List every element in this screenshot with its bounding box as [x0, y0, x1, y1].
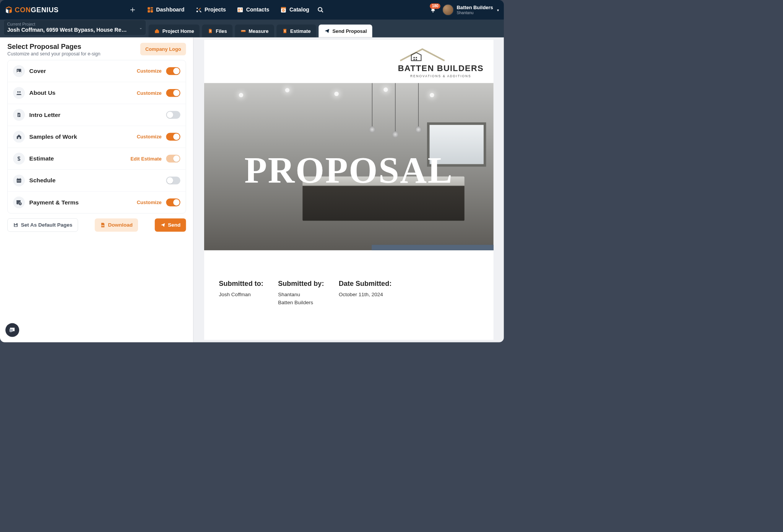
sidebar-subtitle: Customize and send your proposal for e-s…	[7, 51, 100, 57]
file-icon	[207, 28, 213, 34]
submitted-by-company: Batten Builders	[278, 298, 324, 307]
send-icon	[324, 28, 330, 34]
notifications-button[interactable]: 180	[428, 5, 438, 15]
tab-files[interactable]: Files	[202, 24, 232, 37]
project-banner: Kitchen Remodel by Batten Builders	[372, 245, 493, 250]
search-button[interactable]	[316, 5, 326, 15]
svg-rect-29	[17, 179, 21, 180]
svg-text:$: $	[283, 10, 284, 11]
page-toggle[interactable]	[166, 198, 180, 206]
add-button[interactable]	[128, 5, 138, 15]
page-toggle[interactable]	[166, 111, 180, 119]
button-label: Send	[168, 222, 180, 228]
page-row: Estimate Edit Estimate	[8, 148, 186, 170]
svg-rect-36	[16, 200, 20, 201]
ruler-icon	[240, 28, 246, 34]
svg-rect-42	[416, 57, 417, 58]
send-icon	[160, 222, 166, 227]
page-title: Samples of Work	[29, 133, 133, 140]
user-company: Batten Builders	[456, 5, 493, 11]
svg-rect-24	[18, 114, 19, 115]
page-toggle[interactable]	[166, 155, 180, 163]
nav-contacts[interactable]: Contacts	[232, 4, 274, 16]
svg-rect-3	[148, 10, 150, 12]
tools-icon	[195, 6, 202, 13]
svg-rect-2	[151, 9, 153, 10]
page-toggle[interactable]	[166, 67, 180, 75]
page-title: Schedule	[29, 177, 162, 184]
svg-rect-16	[210, 30, 211, 31]
page-toggle[interactable]	[166, 89, 180, 97]
svg-rect-25	[18, 115, 19, 115]
page-toggle[interactable]	[166, 133, 180, 141]
svg-rect-1	[151, 7, 153, 8]
nav-projects[interactable]: Projects	[191, 4, 230, 16]
nav-catalog[interactable]: $ Catalog	[276, 4, 314, 16]
page-icon	[13, 109, 25, 121]
svg-point-21	[18, 70, 19, 71]
customize-link[interactable]: Customize	[137, 90, 162, 96]
svg-rect-34	[20, 180, 20, 181]
app-logo: CONGENIUS	[5, 6, 59, 14]
page-icon	[13, 175, 25, 187]
nav-label: Contacts	[246, 6, 270, 13]
page-toggle[interactable]	[166, 177, 180, 185]
nav-label: Dashboard	[156, 6, 184, 13]
page-row: Schedule	[8, 170, 186, 191]
project-value: Josh Coffman, 6959 West Bypass, House Re…	[7, 27, 128, 33]
svg-point-22	[17, 91, 19, 93]
sidebar-title: Select Proposal Pages	[7, 43, 100, 51]
svg-rect-0	[148, 7, 150, 10]
submitted-to-label: Submitted to:	[219, 280, 263, 288]
tab-send-proposal[interactable]: Send Proposal	[318, 24, 372, 37]
download-button[interactable]: PDF Download	[95, 218, 138, 232]
svg-point-14	[318, 7, 322, 11]
preview-scroll[interactable]: BATTEN BUILDERS RENOVATIONS & ADDITIONS	[197, 40, 501, 340]
hero-title: PROPOSAL	[204, 149, 493, 191]
chat-button[interactable]	[5, 323, 19, 337]
customize-link[interactable]: Customize	[137, 134, 162, 139]
page-row: Payment & Terms Customize	[8, 191, 186, 213]
tab-label: Estimate	[290, 28, 311, 34]
user-menu[interactable]: Batten Builders Shantanu ▾	[442, 4, 499, 16]
customize-link[interactable]: Edit Estimate	[130, 156, 162, 162]
svg-rect-31	[20, 178, 20, 179]
svg-rect-4	[151, 10, 153, 12]
customize-link[interactable]: Customize	[137, 68, 162, 74]
svg-rect-26	[18, 116, 19, 116]
project-label: Current Project	[7, 22, 128, 27]
page-row: Samples of Work Customize	[8, 126, 186, 148]
home-icon	[154, 28, 160, 34]
svg-rect-43	[413, 59, 414, 60]
tab-measure[interactable]: Measure	[235, 24, 274, 37]
page-row: About Us Customize	[8, 82, 186, 104]
svg-rect-8	[241, 8, 242, 9]
svg-rect-30	[18, 178, 18, 179]
set-default-button[interactable]: Set As Default Pages	[7, 218, 78, 232]
tab-project-home[interactable]: Project Home	[149, 24, 200, 37]
page-icon	[13, 65, 25, 77]
tab-label: Files	[216, 28, 227, 34]
page-title: About Us	[29, 89, 133, 96]
nav-dashboard[interactable]: Dashboard	[142, 4, 189, 16]
date-submitted-label: Date Submitted:	[339, 280, 392, 288]
page-row: Cover Customize	[8, 60, 186, 82]
svg-rect-44	[416, 59, 417, 60]
pdf-icon: PDF	[100, 222, 106, 228]
catalog-icon: $	[280, 6, 287, 13]
company-logo-button[interactable]: Company Logo	[140, 43, 186, 55]
page-title: Cover	[29, 68, 133, 75]
notif-badge: 180	[430, 3, 440, 9]
svg-rect-33	[19, 180, 19, 181]
tab-estimate[interactable]: $ Estimate	[276, 24, 316, 37]
svg-text:$: $	[284, 30, 285, 32]
proposal-cover-page: BATTEN BUILDERS RENOVATIONS & ADDITIONS	[204, 40, 493, 340]
project-selector[interactable]: Current Project Josh Coffman, 6959 West …	[3, 19, 146, 35]
chevron-down-icon: ⌄	[139, 25, 142, 30]
customize-link[interactable]: Customize	[137, 200, 162, 205]
tab-label: Send Proposal	[332, 28, 367, 34]
avatar	[442, 4, 454, 16]
dashboard-icon	[147, 6, 154, 13]
svg-rect-9	[241, 10, 242, 10]
send-button[interactable]: Send	[155, 218, 186, 232]
